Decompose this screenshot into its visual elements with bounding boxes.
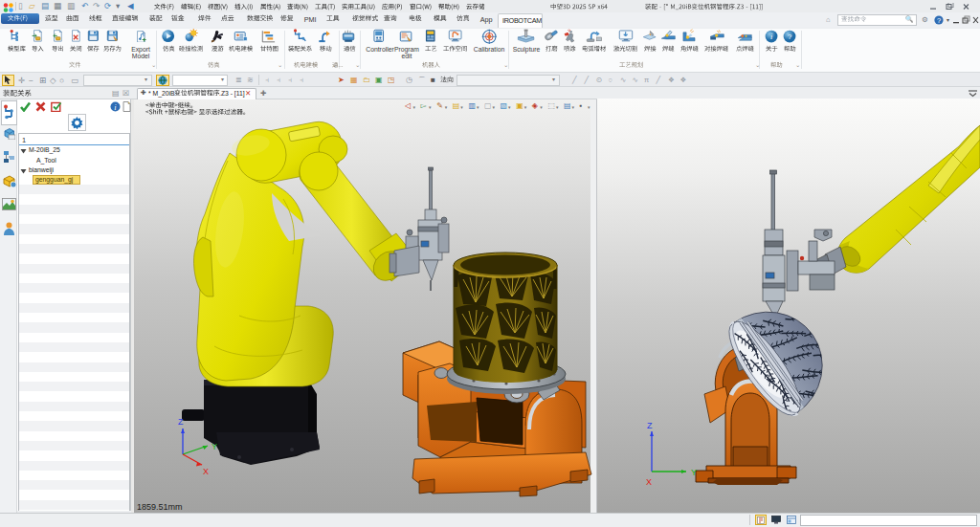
svg-text:Z: Z bbox=[647, 421, 653, 430]
svg-text:?: ? bbox=[937, 16, 941, 25]
svg-text:Z: Z bbox=[178, 417, 184, 427]
svg-text:Y: Y bbox=[212, 442, 217, 451]
svg-text:?: ? bbox=[788, 33, 791, 41]
svg-text:Y: Y bbox=[691, 468, 697, 477]
svg-text:X: X bbox=[203, 467, 209, 476]
svg-text:X: X bbox=[646, 477, 652, 487]
